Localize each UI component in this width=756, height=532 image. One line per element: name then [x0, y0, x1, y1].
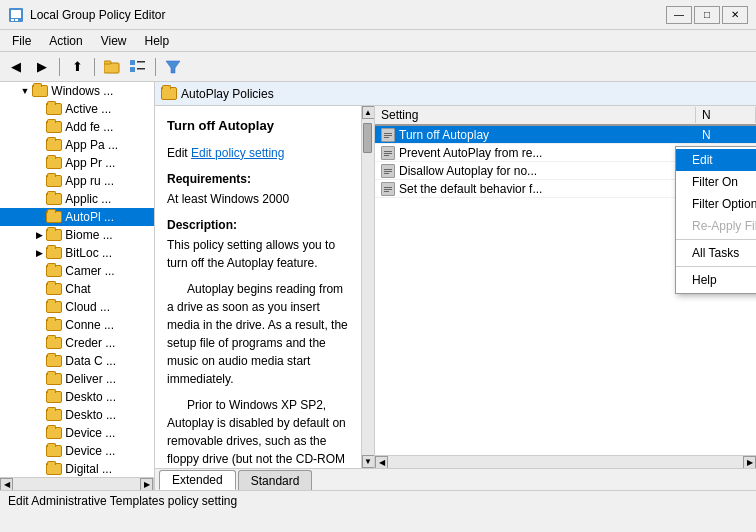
expand-spacer [32, 138, 46, 152]
tab-extended[interactable]: Extended [159, 470, 236, 490]
sidebar-scroll-track [13, 478, 140, 491]
list-scroll-left[interactable]: ◀ [375, 456, 388, 469]
breadcrumb-text: AutoPlay Policies [181, 87, 274, 101]
sidebar-label: Conne ... [65, 318, 114, 332]
scroll-down-btn[interactable]: ▼ [362, 455, 375, 468]
desc-edit-link[interactable]: Edit policy setting [191, 146, 284, 160]
ctx-sep-1 [676, 239, 756, 240]
ctx-item-filter-options[interactable]: Filter Options... [676, 193, 756, 215]
expand-spacer [32, 318, 46, 332]
list-hscrollbar: ◀ ▶ [375, 455, 756, 468]
menu-action[interactable]: Action [41, 32, 90, 50]
sidebar-item-apppr[interactable]: App Pr ... [0, 154, 154, 172]
sidebar-item-windows[interactable]: ▼ Windows ... [0, 82, 154, 100]
sidebar-item-creder[interactable]: Creder ... [0, 334, 154, 352]
maximize-button[interactable]: □ [694, 6, 720, 24]
scroll-track [362, 119, 375, 455]
sidebar-item-conne[interactable]: Conne ... [0, 316, 154, 334]
expand-spacer [32, 102, 46, 116]
folder-icon [46, 139, 62, 151]
sidebar-item-cloud[interactable]: Cloud ... [0, 298, 154, 316]
folder-icon [46, 211, 62, 223]
view-toggle-button[interactable] [126, 56, 150, 78]
show-hide-button[interactable] [100, 56, 124, 78]
toolbar-separator-2 [94, 58, 95, 76]
sidebar-label: Cloud ... [65, 300, 110, 314]
expand-spacer [32, 426, 46, 440]
sidebar-item-deskto1[interactable]: Deskto ... [0, 388, 154, 406]
sidebar-item-datac[interactable]: Data C ... [0, 352, 154, 370]
svg-rect-3 [15, 19, 18, 21]
expand-spacer [32, 192, 46, 206]
sidebar-label: Active ... [65, 102, 111, 116]
folder-icon [46, 409, 62, 421]
ctx-item-help[interactable]: Help [676, 269, 756, 291]
sidebar-scroll-left[interactable]: ◀ [0, 478, 13, 491]
policy-icon [381, 146, 395, 160]
ctx-item-alltasks[interactable]: All Tasks ▶ [676, 242, 756, 264]
filter-icon [165, 60, 181, 74]
folder-icon [46, 445, 62, 457]
ctx-item-edit[interactable]: Edit [676, 149, 756, 171]
expand-spacer [32, 390, 46, 404]
list-scroll-track [388, 456, 743, 469]
expand-icon-biome: ▶ [32, 228, 46, 242]
desc-requirements-heading: Requirements: [167, 170, 351, 188]
sidebar-item-device2[interactable]: Device ... [0, 442, 154, 460]
menu-file[interactable]: File [4, 32, 39, 50]
ctx-label: Filter On [692, 175, 738, 189]
sidebar-item-chat[interactable]: Chat [0, 280, 154, 298]
expand-spacer [32, 354, 46, 368]
svg-rect-20 [384, 169, 392, 170]
menu-help[interactable]: Help [137, 32, 178, 50]
sidebar-item-applic[interactable]: Applic ... [0, 190, 154, 208]
sidebar-item-digital[interactable]: Digital ... [0, 460, 154, 477]
ctx-item-filter-on[interactable]: Filter On [676, 171, 756, 193]
sidebar-item-active[interactable]: Active ... [0, 100, 154, 118]
list-cell-name: Disallow Autoplay for no... [375, 163, 696, 179]
scroll-up-btn[interactable]: ▲ [362, 106, 375, 119]
expand-spacer [32, 372, 46, 386]
scroll-thumb[interactable] [363, 123, 372, 153]
up-button[interactable]: ⬆ [65, 56, 89, 78]
svg-rect-1 [11, 10, 21, 18]
sidebar-item-apppa[interactable]: App Pa ... [0, 136, 154, 154]
sidebar-item-deskto2[interactable]: Deskto ... [0, 406, 154, 424]
sidebar-item-deliver[interactable]: Deliver ... [0, 370, 154, 388]
folder-icon [46, 373, 62, 385]
sidebar-label: Deskto ... [65, 408, 116, 422]
back-button[interactable]: ◀ [4, 56, 28, 78]
sidebar-item-appru[interactable]: App ru ... [0, 172, 154, 190]
expand-spacer [32, 300, 46, 314]
list-scroll-right[interactable]: ▶ [743, 456, 756, 469]
list-cell-text: Prevent AutoPlay from re... [399, 146, 542, 160]
sidebar-item-autopl[interactable]: AutoPl ... [0, 208, 154, 226]
close-button[interactable]: ✕ [722, 6, 748, 24]
sidebar-item-biome[interactable]: ▶ Biome ... [0, 226, 154, 244]
folder-icon [46, 283, 62, 295]
toolbar-separator-1 [59, 58, 60, 76]
tab-standard[interactable]: Standard [238, 470, 313, 490]
expand-spacer [32, 264, 46, 278]
svg-rect-14 [384, 137, 389, 138]
svg-marker-10 [166, 61, 180, 73]
minimize-button[interactable]: — [666, 6, 692, 24]
ctx-label: Edit [692, 153, 713, 167]
sidebar-scroll-right[interactable]: ▶ [140, 478, 153, 491]
filter-button[interactable] [161, 56, 185, 78]
svg-rect-16 [384, 151, 392, 152]
list-cell-state: N [696, 127, 756, 143]
list-row[interactable]: Turn off Autoplay N [375, 126, 756, 144]
menu-bar: File Action View Help [0, 30, 756, 52]
sidebar-item-camer[interactable]: Camer ... [0, 262, 154, 280]
forward-button[interactable]: ▶ [30, 56, 54, 78]
ctx-label: All Tasks [692, 246, 739, 260]
desc-text: This policy setting allows you to turn o… [167, 236, 351, 272]
sidebar-item-bitloc[interactable]: ▶ BitLoc ... [0, 244, 154, 262]
sidebar-hscrollbar: ◀ ▶ [0, 477, 154, 490]
sidebar-item-device1[interactable]: Device ... [0, 424, 154, 442]
tab-label-standard: Standard [251, 474, 300, 488]
menu-view[interactable]: View [93, 32, 135, 50]
sidebar-item-addfe[interactable]: Add fe ... [0, 118, 154, 136]
expand-icon: ▼ [18, 84, 32, 98]
